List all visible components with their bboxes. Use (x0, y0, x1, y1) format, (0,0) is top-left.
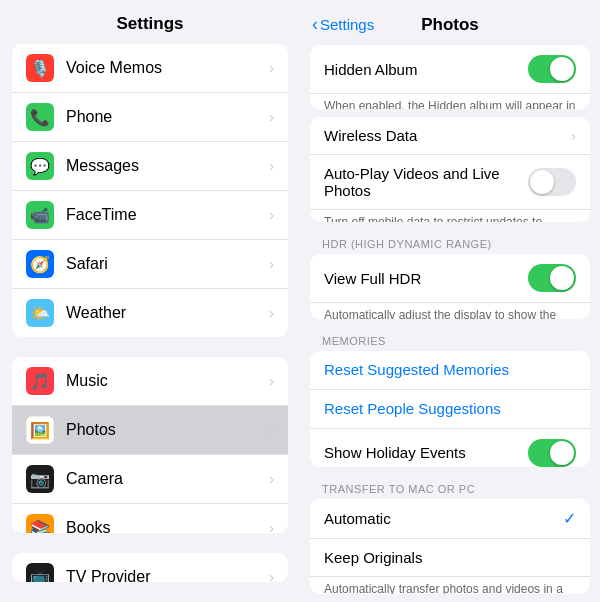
memories-section: Reset Suggested Memories Reset People Su… (310, 351, 590, 467)
transfer-section-header: TRANSFER TO MAC OR PC (300, 475, 600, 499)
wireless-data-item[interactable]: Wireless Data › (310, 117, 590, 155)
toggle-knob (530, 170, 554, 194)
weather-label: Weather (66, 304, 269, 322)
chevron-icon: › (571, 128, 576, 144)
view-full-hdr-item[interactable]: View Full HDR (310, 254, 590, 303)
music-icon: 🎵 (26, 367, 54, 395)
back-label: Settings (320, 16, 374, 33)
facetime-label: FaceTime (66, 206, 269, 224)
chevron-icon: › (269, 569, 274, 582)
sidebar-item-safari[interactable]: 🧭 Safari › (12, 240, 288, 289)
hidden-album-desc: When enabled, the Hidden album will appe… (310, 94, 590, 109)
toggle-knob (550, 266, 574, 290)
autoplay-desc: Turn off mobile data to restrict updates… (310, 210, 590, 222)
chevron-icon: › (269, 373, 274, 389)
photos-label: Photos (66, 421, 269, 439)
messages-icon: 💬 (26, 152, 54, 180)
chevron-icon: › (269, 60, 274, 76)
keep-originals-label: Keep Originals (324, 549, 576, 566)
books-icon: 📚 (26, 514, 54, 533)
photos-icon: 🖼️ (26, 416, 54, 444)
sidebar-item-music[interactable]: 🎵 Music › (12, 357, 288, 406)
chevron-icon: › (269, 520, 274, 533)
transfer-desc: Automatically transfer photos and videos… (310, 577, 590, 594)
safari-icon: 🧭 (26, 250, 54, 278)
music-label: Music (66, 372, 269, 390)
sidebar-item-weather[interactable]: 🌤️ Weather › (12, 289, 288, 337)
sidebar-item-camera[interactable]: 📷 Camera › (12, 455, 288, 504)
facetime-icon: 📹 (26, 201, 54, 229)
chevron-icon: › (269, 471, 274, 487)
view-full-hdr-label: View Full HDR (324, 270, 528, 287)
chevron-icon: › (269, 109, 274, 125)
sidebar-item-phone[interactable]: 📞 Phone › (12, 93, 288, 142)
settings-group-2: 🎵 Music › 🖼️ Photos › 📷 Camera › 📚 Books… (12, 357, 288, 533)
chevron-icon: › (269, 158, 274, 174)
sidebar-item-facetime[interactable]: 📹 FaceTime › (12, 191, 288, 240)
hidden-album-toggle[interactable] (528, 55, 576, 83)
hidden-album-label: Hidden Album (324, 61, 528, 78)
voice-memos-label: Voice Memos (66, 59, 269, 77)
automatic-label: Automatic (324, 510, 555, 527)
back-button[interactable]: ‹ Settings (312, 14, 374, 35)
view-full-hdr-toggle[interactable] (528, 264, 576, 292)
reset-people-label: Reset People Suggestions (324, 400, 501, 417)
chevron-icon: › (269, 305, 274, 321)
tv-provider-icon: 📺 (26, 563, 54, 582)
settings-group-1: 🎙️ Voice Memos › 📞 Phone › 💬 Messages › … (12, 44, 288, 337)
right-title: Photos (421, 15, 479, 35)
toggle-knob (550, 57, 574, 81)
safari-label: Safari (66, 255, 269, 273)
chevron-icon: › (269, 422, 274, 438)
checkmark-icon: ✓ (563, 509, 576, 528)
autoplay-label: Auto-Play Videos and Live Photos (324, 165, 528, 199)
weather-icon: 🌤️ (26, 299, 54, 327)
chevron-icon: › (269, 256, 274, 272)
view-full-hdr-desc: Automatically adjust the display to show… (310, 303, 590, 318)
voice-memos-icon: 🎙️ (26, 54, 54, 82)
wireless-data-label: Wireless Data (324, 127, 571, 144)
phone-label: Phone (66, 108, 269, 126)
left-title: Settings (0, 0, 300, 44)
memories-section-header: MEMORIES (300, 327, 600, 351)
hdr-section-header: HDR (HIGH DYNAMIC RANGE) (300, 230, 600, 254)
tv-provider-label: TV Provider (66, 568, 269, 582)
show-holiday-toggle[interactable] (528, 439, 576, 467)
sidebar-item-tv-provider[interactable]: 📺 TV Provider › (12, 553, 288, 582)
books-label: Books (66, 519, 269, 533)
right-header: ‹ Settings Photos (300, 0, 600, 45)
messages-label: Messages (66, 157, 269, 175)
camera-label: Camera (66, 470, 269, 488)
toggle-knob (550, 441, 574, 465)
autoplay-toggle[interactable] (528, 168, 576, 196)
hidden-album-section: Hidden Album When enabled, the Hidden al… (310, 45, 590, 109)
settings-group-3: 📺 TV Provider › (12, 553, 288, 582)
show-holiday-item[interactable]: Show Holiday Events (310, 429, 590, 467)
keep-originals-item[interactable]: Keep Originals (310, 539, 590, 577)
sidebar-item-books[interactable]: 📚 Books › (12, 504, 288, 533)
reset-suggested-label: Reset Suggested Memories (324, 361, 509, 378)
sidebar-item-voice-memos[interactable]: 🎙️ Voice Memos › (12, 44, 288, 93)
chevron-icon: › (269, 207, 274, 223)
transfer-section: Automatic ✓ Keep Originals Automatically… (310, 499, 590, 594)
autoplay-item[interactable]: Auto-Play Videos and Live Photos (310, 155, 590, 210)
back-chevron-icon: ‹ (312, 14, 318, 35)
sidebar-item-messages[interactable]: 💬 Messages › (12, 142, 288, 191)
hidden-album-item[interactable]: Hidden Album (310, 45, 590, 94)
right-panel: ‹ Settings Photos Hidden Album When enab… (300, 0, 600, 602)
sidebar-item-photos[interactable]: 🖼️ Photos › (12, 406, 288, 455)
camera-icon: 📷 (26, 465, 54, 493)
show-holiday-label: Show Holiday Events (324, 444, 528, 461)
wireless-autoplay-section: Wireless Data › Auto-Play Videos and Liv… (310, 117, 590, 222)
left-panel: Settings 🎙️ Voice Memos › 📞 Phone › 💬 Me… (0, 0, 300, 602)
phone-icon: 📞 (26, 103, 54, 131)
reset-suggested-item[interactable]: Reset Suggested Memories (310, 351, 590, 390)
automatic-item[interactable]: Automatic ✓ (310, 499, 590, 539)
reset-people-item[interactable]: Reset People Suggestions (310, 390, 590, 429)
hdr-section: View Full HDR Automatically adjust the d… (310, 254, 590, 318)
